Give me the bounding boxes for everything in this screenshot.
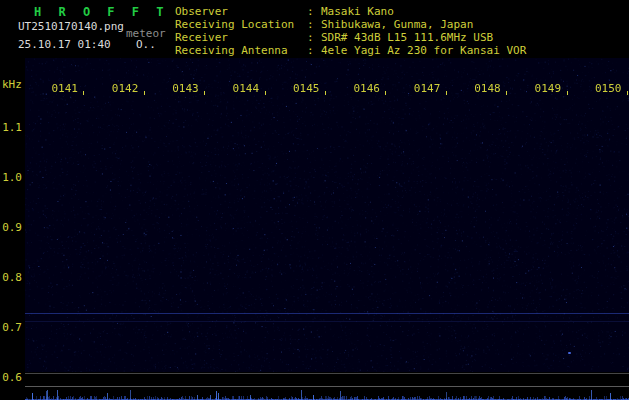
freq-tick-label: 0.7 [0,321,22,334]
time-tick-label: 0148 [474,82,501,95]
info-separator: : [307,5,321,18]
level-reference-line-top [25,373,629,374]
output-filename: UT2510170140.png [18,20,124,33]
time-tick-label: 0141 [51,82,78,95]
app-title: H R O F F T [34,5,168,19]
spectrogram-plot: 0141014201430144014501460147014801490150 [25,58,629,400]
info-label: Receiving Location [175,18,307,31]
freq-tick-label: 0.6 [0,371,22,384]
time-tick-mark [325,91,326,95]
station-info-row: Observer:Masaki Kano [175,5,526,18]
station-info-row: Receiving Location:Shibukawa, Gunma, Jap… [175,18,526,31]
hrofft-screen: H R O F F T UT2510170140.png meteor 25.1… [0,0,629,400]
info-value: SDR# 43dB L15 111.6MHz USB [321,31,493,44]
datetime-label: 25.10.17 01:40 [18,38,111,51]
status-label: O.. [136,38,156,51]
info-label: Receiving Antenna [175,44,307,57]
info-value: Masaki Kano [321,5,394,18]
time-tick-mark [506,91,507,95]
signal-level-panel [25,372,629,400]
station-info-row: Receiver:SDR# 43dB L15 111.6MHz USB [175,31,526,44]
time-tick-mark [385,91,386,95]
time-tick-label: 0144 [233,82,260,95]
noise-floor-canvas [25,388,629,400]
info-value: Shibukawa, Gunma, Japan [321,18,473,31]
time-tick-label: 0145 [293,82,320,95]
time-tick-label: 0147 [414,82,441,95]
time-tick-label: 0143 [172,82,199,95]
meteor-echo-point [568,352,571,354]
time-tick-mark [204,91,205,95]
info-separator: : [307,18,321,31]
time-tick-mark [144,91,145,95]
freq-tick-label: 1.1 [0,121,22,134]
freq-tick-label: 1.0 [0,171,22,184]
info-separator: : [307,44,321,57]
info-value: 4ele Yagi Az 230 for Kansai VOR [321,44,526,57]
level-reference-line-bottom [25,386,629,387]
carrier-line [25,313,629,314]
time-tick-mark [446,91,447,95]
time-tick-mark [627,91,628,95]
spectrogram-overlays [25,58,629,372]
frequency-axis: kHz 1.11.00.90.80.70.6 [0,58,25,400]
time-tick-mark [83,91,84,95]
carrier-line [25,321,629,322]
time-tick-label: 0146 [353,82,380,95]
time-tick-mark [265,91,266,95]
time-tick-mark [567,91,568,95]
freq-tick-label: 0.9 [0,221,22,234]
station-info: Observer:Masaki KanoReceiving Location:S… [175,5,526,57]
info-label: Receiver [175,31,307,44]
info-separator: : [307,31,321,44]
header: H R O F F T UT2510170140.png meteor 25.1… [0,0,629,58]
time-tick-label: 0142 [112,82,139,95]
freq-unit-label: kHz [2,78,22,91]
info-label: Observer [175,5,307,18]
station-info-row: Receiving Antenna:4ele Yagi Az 230 for K… [175,44,526,57]
time-tick-label: 0150 [595,82,622,95]
time-tick-label: 0149 [535,82,562,95]
freq-tick-label: 0.8 [0,271,22,284]
